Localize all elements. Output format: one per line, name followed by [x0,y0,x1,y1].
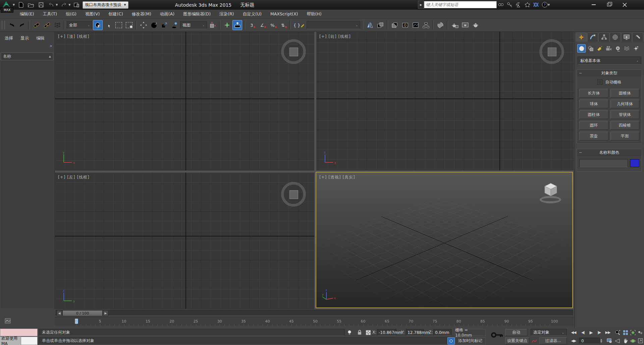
undo-button[interactable] [47,1,55,9]
max-app-tag[interactable]: MAX [1,7,13,13]
go-to-end-button[interactable]: ▶▶ [604,329,612,336]
current-frame-field[interactable]: 0 [579,338,600,344]
menu-item-11[interactable]: MAXScript(X) [266,10,302,18]
tab-create[interactable] [576,32,587,42]
tab-motion[interactable] [610,32,621,42]
angle-snap-toggle[interactable]: ∠ [257,20,267,30]
set-key-button[interactable]: 设置关键点 [505,337,529,344]
menu-item-4[interactable]: 视图(V) [81,10,104,18]
name-color-rollout-header[interactable]: − 名称和颜色 [577,149,642,156]
object-category-dropdown[interactable]: 标准基本体 ⌄ [578,57,641,65]
snap-toggle-3d[interactable]: 3 [247,20,257,30]
viewcube-ghost[interactable] [539,39,564,64]
selection-lock-toggle[interactable] [356,329,363,336]
mirror-button[interactable] [365,20,375,30]
communication-center-icon[interactable] [514,1,523,9]
time-slider-track[interactable] [56,310,573,316]
subtab-shapes[interactable] [586,44,595,53]
teapot-button[interactable]: 茶壶 [579,132,608,140]
explorer-menu-display[interactable]: 显示 [20,36,29,41]
sort-ascending-icon[interactable]: ▲ [49,55,51,58]
schematic-view-button[interactable] [421,20,431,30]
autodesk-exchange-icon[interactable] [532,1,540,9]
tab-utilities[interactable] [632,32,643,42]
pan-hand-icon[interactable] [622,337,629,344]
viewport-left-label[interactable]: [+] [左] [线框] [58,175,90,180]
z-coordinate-field[interactable]: 0.0mm [433,329,451,336]
explorer-menu-edit[interactable]: 编辑 [36,36,45,41]
window-crossing-toggle[interactable] [124,20,134,30]
time-configuration-icon[interactable] [606,337,613,344]
unlink-selection-icon[interactable] [42,20,52,30]
save-file-button[interactable] [37,1,45,9]
open-file-button[interactable] [27,1,35,9]
sphere-button[interactable]: 球体 [579,99,608,108]
play-button[interactable]: ▶ [588,329,594,336]
close-button[interactable] [617,0,632,9]
subtab-geometry[interactable] [577,44,586,53]
x-coordinate-field[interactable]: -10.867mm [377,329,396,336]
workspace-dropdown[interactable]: 视口布局选项卡预设 ▼ [83,1,128,9]
workspace-dropdown-arrow[interactable]: ▼ [124,3,126,6]
zoom-extents-all-icon[interactable] [637,329,644,336]
zoom-icon[interactable] [614,329,621,336]
maxscript-listener-input[interactable] [21,337,38,345]
viewport-perspective-active[interactable]: [+] [透视] [真实] zxy [316,172,573,308]
viewcube-ghost[interactable] [281,39,306,64]
auto-key-button[interactable]: 自动 [505,329,527,336]
isolate-selection-toggle[interactable] [447,337,455,345]
spinner-snap-toggle[interactable]: ⇅ [278,20,288,30]
next-frame-arrow[interactable]: ▶ [103,310,108,316]
viewcube-ghost[interactable] [281,182,306,207]
y-coordinate-field[interactable]: 12.788mm [406,329,424,336]
frame-spinner[interactable]: ▲▼ [600,338,602,344]
app-menu-caret[interactable]: ▼ [13,3,15,6]
render-production-button[interactable] [471,20,480,30]
menu-item-5[interactable]: 创建(C) [104,10,127,18]
new-file-button[interactable] [17,1,25,9]
menu-item-8[interactable]: 图形编辑器(D) [179,10,215,18]
restore-button[interactable] [601,0,617,9]
select-and-place-button[interactable] [170,20,179,30]
mini-curve-editor-button[interactable] [5,318,11,324]
rendered-frame-window-button[interactable] [460,20,470,30]
subtab-systems[interactable] [632,44,640,53]
minimize-button[interactable] [586,0,601,9]
tab-modify[interactable] [587,32,598,42]
reference-coordinate-system-dropdown[interactable]: 视图 ⌄ [180,21,207,29]
menu-item-7[interactable]: 动画(A) [156,10,179,18]
viewcube[interactable] [539,182,563,204]
zoom-all-icon[interactable] [622,329,629,336]
maximize-viewport-toggle-icon[interactable] [637,337,644,344]
prompt-bulb-icon[interactable] [346,329,353,336]
rectangular-selection-region-button[interactable] [114,20,123,30]
graphite-ribbon-toggle[interactable] [400,20,410,30]
subtab-helpers[interactable] [613,44,622,53]
select-by-name-button[interactable] [103,20,113,30]
go-to-start-button[interactable]: ◀◀ [570,329,578,336]
align-button[interactable] [375,20,385,30]
select-and-manipulate-button[interactable] [222,20,232,30]
bind-to-space-warp-icon[interactable] [52,20,62,30]
edit-named-selection-sets-button[interactable]: { } [292,20,306,30]
viewport-front-label[interactable]: [+] [前] [线框] [319,34,351,40]
selection-filter-dropdown[interactable]: 全部 ⌄ [67,21,92,29]
search-input[interactable] [424,1,497,8]
next-frame-button[interactable]: |▶ [595,329,603,336]
select-and-move-button[interactable] [139,20,148,30]
redo-button[interactable] [60,1,68,9]
maxscript-listener-pink[interactable] [0,329,38,336]
explorer-name-column-header[interactable]: 名称 ▲ [1,53,53,60]
viewport-top-label[interactable]: [+] [顶] [线框] [58,34,90,40]
render-setup-button[interactable] [450,20,460,30]
material-editor-button[interactable] [435,20,445,30]
previous-frame-button[interactable]: ◀| [579,329,587,336]
tab-display[interactable] [621,32,632,42]
viewport-left[interactable]: [+] [左] [线框] zy [55,172,314,309]
torus-button[interactable]: 圆环 [579,121,608,130]
undo-scene-button[interactable] [7,20,16,30]
autogrid-checkbox[interactable] [597,80,602,85]
orbit-icon[interactable] [629,337,637,344]
menu-item-10[interactable]: 自定义(U) [238,10,266,18]
toolbar-grip[interactable] [2,21,5,29]
